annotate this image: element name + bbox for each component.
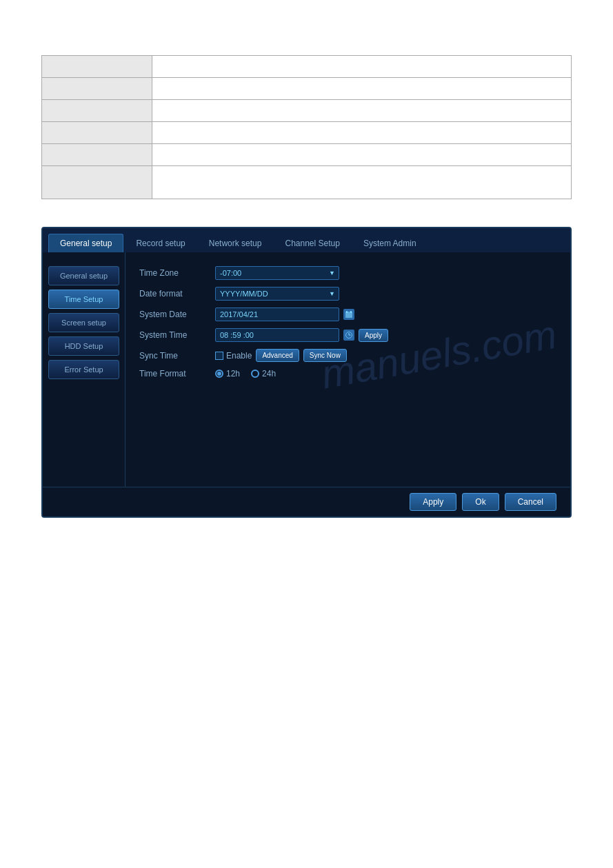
bottom-apply-button[interactable]: Apply bbox=[410, 493, 456, 511]
systemtime-label: System Time bbox=[139, 330, 215, 340]
info-table bbox=[41, 55, 572, 199]
synctime-row: Sync Time Enable Advanced Sync Now bbox=[139, 349, 556, 362]
synctime-enable-label: Enable bbox=[226, 351, 252, 361]
radio-12h-dot bbox=[215, 370, 223, 378]
dvr-form: Time Zone -07:00 Date format bbox=[125, 252, 570, 487]
systemdate-input[interactable] bbox=[215, 307, 339, 321]
tab-channel-setup[interactable]: Channel Setup bbox=[274, 234, 350, 252]
timeformat-control: 12h 24h bbox=[215, 369, 276, 379]
radio-24h-dot bbox=[251, 370, 259, 378]
clock-icon[interactable] bbox=[343, 330, 354, 341]
systemtime-input[interactable] bbox=[215, 328, 339, 342]
table-row bbox=[42, 166, 572, 199]
table-cell-left bbox=[42, 100, 152, 122]
timeformat-label: Time Format bbox=[139, 369, 215, 379]
table-row bbox=[42, 144, 572, 166]
timeformat-radio-group: 12h 24h bbox=[215, 369, 276, 379]
table-cell-left bbox=[42, 166, 152, 199]
apply-time-button[interactable]: Apply bbox=[359, 329, 388, 342]
timezone-control: -07:00 bbox=[215, 266, 339, 280]
synctime-control: Enable Advanced Sync Now bbox=[215, 349, 347, 362]
tab-system-admin[interactable]: System Admin bbox=[352, 234, 428, 252]
tab-record-setup[interactable]: Record setup bbox=[125, 234, 196, 252]
sidebar-item-screen-setup[interactable]: Screen setup bbox=[48, 313, 119, 332]
systemtime-row: System Time Apply bbox=[139, 328, 556, 342]
dvr-bottom-bar: Apply Ok Cancel bbox=[43, 487, 570, 516]
dateformat-select-wrapper: YYYY/MM/DD bbox=[215, 287, 339, 301]
dateformat-control: YYYY/MM/DD bbox=[215, 287, 339, 301]
table-cell-right bbox=[152, 166, 572, 199]
table-cell-right bbox=[152, 78, 572, 100]
table-row bbox=[42, 78, 572, 100]
tab-general-setup[interactable]: General setup bbox=[48, 234, 123, 252]
dateformat-row: Date format YYYY/MM/DD bbox=[139, 287, 556, 301]
timeformat-24h-label: 24h bbox=[262, 369, 276, 379]
bottom-cancel-button[interactable]: Cancel bbox=[505, 493, 556, 511]
timezone-label: Time Zone bbox=[139, 268, 215, 278]
advanced-button[interactable]: Advanced bbox=[256, 349, 299, 362]
systemdate-label: System Date bbox=[139, 310, 215, 319]
dateformat-select[interactable]: YYYY/MM/DD bbox=[215, 287, 339, 301]
synctime-checkbox[interactable] bbox=[215, 352, 223, 360]
table-cell-right bbox=[152, 56, 572, 78]
dvr-sidebar: General setup Time Setup Screen setup HD… bbox=[43, 252, 125, 487]
sidebar-item-general-setup[interactable]: General setup bbox=[48, 266, 119, 285]
table-cell-right bbox=[152, 144, 572, 166]
bottom-ok-button[interactable]: Ok bbox=[462, 493, 499, 511]
dateformat-label: Date format bbox=[139, 289, 215, 299]
table-cell-left bbox=[42, 144, 152, 166]
timeformat-12h-option[interactable]: 12h bbox=[215, 369, 240, 379]
table-row bbox=[42, 100, 572, 122]
timeformat-row: Time Format 12h 24h bbox=[139, 369, 556, 379]
systemdate-control bbox=[215, 307, 354, 321]
calendar-icon[interactable] bbox=[343, 309, 354, 320]
table-cell-left bbox=[42, 56, 152, 78]
table-cell-left bbox=[42, 122, 152, 144]
dvr-content: General setup Time Setup Screen setup HD… bbox=[43, 252, 570, 487]
timeformat-12h-label: 12h bbox=[226, 369, 240, 379]
sidebar-item-error-setup[interactable]: Error Setup bbox=[48, 360, 119, 379]
sidebar-item-time-setup[interactable]: Time Setup bbox=[48, 290, 119, 309]
table-cell-left bbox=[42, 78, 152, 100]
svg-rect-2 bbox=[350, 311, 352, 313]
systemdate-row: System Date bbox=[139, 307, 556, 321]
info-table-section bbox=[41, 55, 572, 199]
synctime-checkbox-label[interactable]: Enable bbox=[215, 351, 252, 361]
timezone-select[interactable]: -07:00 bbox=[215, 266, 339, 280]
timezone-row: Time Zone -07:00 bbox=[139, 266, 556, 280]
svg-rect-1 bbox=[346, 311, 348, 313]
dvr-nav: General setup Record setup Network setup… bbox=[43, 228, 570, 252]
tab-network-setup[interactable]: Network setup bbox=[198, 234, 273, 252]
table-cell-right bbox=[152, 100, 572, 122]
timezone-select-wrapper: -07:00 bbox=[215, 266, 339, 280]
dvr-panel: General setup Record setup Network setup… bbox=[41, 227, 572, 518]
timeformat-24h-option[interactable]: 24h bbox=[251, 369, 276, 379]
systemtime-control: Apply bbox=[215, 328, 388, 342]
synctime-label: Sync Time bbox=[139, 351, 215, 361]
table-row bbox=[42, 56, 572, 78]
table-row bbox=[42, 122, 572, 144]
dvr-panel-wrapper: General setup Record setup Network setup… bbox=[41, 227, 572, 518]
sidebar-item-hdd-setup[interactable]: HDD Setup bbox=[48, 336, 119, 356]
table-cell-right bbox=[152, 122, 572, 144]
syncnow-button[interactable]: Sync Now bbox=[303, 349, 347, 362]
